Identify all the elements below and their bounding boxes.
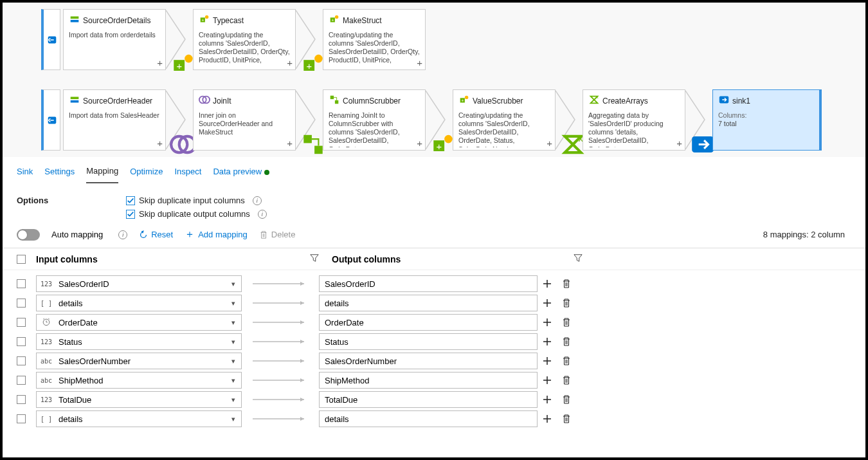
add-row-button[interactable] [538,336,557,347]
filter-output-button[interactable] [574,253,583,264]
svg-rect-16 [71,97,79,100]
trash-icon [561,279,572,289]
mapping-arrow [242,281,319,287]
info-icon[interactable]: i [118,230,127,239]
add-row-button[interactable] [538,414,557,424]
flow-node-sourceorderdetails[interactable]: SourceOrderDetailsImport data from order… [63,9,166,70]
flow-node-typecast[interactable]: +TypecastCreating/updating the columns '… [193,9,296,70]
svg-text:+: + [307,61,312,71]
tab-settings[interactable]: Settings [44,163,75,183]
input-column-select[interactable]: 123TotalDue▾ [36,391,242,408]
node-title: ColumnScrubber [343,97,401,106]
select-icon [329,94,340,107]
add-row-button[interactable] [538,279,557,289]
node-title: SourceOrderHeader [83,97,152,106]
filter-icon [310,253,319,262]
row-checkbox[interactable] [17,279,26,288]
row-checkbox[interactable] [17,318,26,327]
add-step-button[interactable]: + [547,138,552,149]
input-column-select[interactable]: OrderDate▾ [36,314,242,331]
delete-row-button[interactable] [557,414,576,424]
mapping-row: 123TotalDue▾TotalDue [17,390,851,409]
output-column-input[interactable]: details [319,295,538,311]
info-icon[interactable]: i [258,210,267,219]
flow-node-makestruct[interactable]: +MakeStructCreating/updating the columns… [323,9,426,70]
tab-mapping[interactable]: Mapping [86,162,118,183]
add-row-button[interactable] [538,317,557,327]
output-column-input[interactable]: details [319,410,538,427]
input-column-select[interactable]: [ ]details▾ [36,410,242,427]
type-icon: [ ] [37,300,56,307]
chevron-down-icon: ▾ [226,299,241,308]
output-column-input[interactable]: TotalDue [319,391,538,408]
flow-node-valuescrubber[interactable]: +ValueScrubberCreating/updating the colu… [453,89,556,151]
delete-row-button[interactable] [557,375,576,385]
reset-button[interactable]: Reset [139,230,173,239]
row-checkbox[interactable] [17,414,26,423]
output-column-input[interactable]: ShipMethod [319,372,538,389]
info-icon[interactable]: i [253,196,262,205]
source-handle[interactable] [41,89,60,151]
add-step-button[interactable]: + [287,138,293,149]
add-step-button[interactable]: + [417,57,422,68]
add-step-button[interactable]: + [157,138,163,149]
node-title: sink1 [732,97,750,106]
select-all-checkbox[interactable] [17,255,26,264]
output-column-input[interactable]: OrderDate [319,314,538,331]
node-title: MakeStruct [343,16,382,25]
chevron-down-icon: ▾ [226,376,241,385]
tab-sink[interactable]: Sink [17,163,33,183]
output-column-input[interactable]: SalesOrderNumber [319,353,538,369]
delete-row-button[interactable] [557,356,576,366]
delete-row-button[interactable] [557,317,576,327]
tab-optimize[interactable]: Optimize [130,163,163,183]
input-column-select[interactable]: [ ]details▾ [36,295,242,311]
mapping-row: 123SalesOrderID▾SalesOrderID [17,274,851,293]
output-column-input[interactable]: Status [319,333,538,350]
add-step-button[interactable]: + [287,57,293,68]
flow-node-joinit[interactable]: JoinItInner join on SourceOrderHeader an… [193,89,296,151]
filter-input-button[interactable] [310,253,319,264]
input-column-select[interactable]: 123Status▾ [36,333,242,350]
svg-rect-22 [303,135,312,143]
row-checkbox[interactable] [17,337,26,346]
tab-inspect[interactable]: Inspect [174,163,201,183]
skip-dup-input-checkbox[interactable]: Skip duplicate input columns i [126,196,267,205]
auto-mapping-toggle[interactable] [17,229,40,241]
node-title: SourceOrderDetails [83,16,150,25]
skip-dup-output-checkbox[interactable]: Skip duplicate output columns i [126,209,267,219]
add-row-button[interactable] [538,394,557,405]
node-description: Import data from SalesHeader [69,111,160,147]
input-column-select[interactable]: abcSalesOrderNumber▾ [36,353,242,369]
flow-node-createarrays[interactable]: xCreateArraysAggregating data by 'SalesO… [583,89,685,151]
delete-button[interactable]: Delete [259,230,296,239]
add-row-button[interactable] [538,356,557,366]
add-step-button[interactable]: + [157,57,163,68]
type-icon: 123 [37,281,56,288]
input-column-select[interactable]: 123SalesOrderID▾ [36,275,242,292]
delete-row-button[interactable] [557,336,576,347]
flow-node-sourceorderheader[interactable]: SourceOrderHeaderImport data from SalesH… [63,89,166,151]
delete-row-button[interactable] [557,394,576,405]
add-row-button[interactable] [538,298,557,308]
mapping-row: [ ]details▾details [17,409,851,428]
row-checkbox[interactable] [17,356,26,365]
flow-canvas[interactable]: SourceOrderDetailsImport data from order… [3,3,865,157]
add-mapping-button[interactable]: ＋ Add mapping [185,228,248,241]
output-column-input[interactable]: SalesOrderID [319,275,538,292]
source-handle[interactable] [41,9,60,70]
chevron-down-icon: ▾ [226,318,241,327]
chevron-down-icon: ▾ [226,357,241,365]
add-step-button[interactable]: + [676,138,682,149]
row-checkbox[interactable] [17,299,26,308]
delete-row-button[interactable] [557,298,576,308]
flow-node-columnscrubber[interactable]: ColumnScrubberRenaming JoinIt to ColumnS… [323,89,426,151]
row-checkbox[interactable] [17,395,26,404]
add-row-button[interactable] [538,375,557,385]
flow-node-sink[interactable]: sink1Columns:7 total [712,89,822,151]
delete-row-button[interactable] [557,279,576,289]
row-checkbox[interactable] [17,376,26,385]
input-column-select[interactable]: abcShipMethod▾ [36,372,242,389]
tab-data-preview[interactable]: Data preview [213,163,269,183]
add-step-button[interactable]: + [417,138,422,149]
